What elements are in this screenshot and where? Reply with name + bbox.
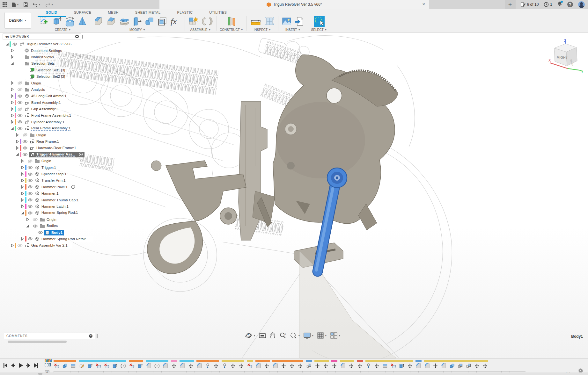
collapse-arrow-icon[interactable]	[20, 237, 25, 241]
timeline-feature-fillet-icon[interactable]	[163, 363, 168, 369]
expand-arrow-icon[interactable]	[5, 42, 9, 46]
visibility-eye-icon[interactable]	[27, 198, 33, 202]
tree-item-chip[interactable]: Selection Set2 [3]	[29, 74, 67, 79]
tree-item-45-long-colt-ammo-1[interactable]: 45 Long Colt Ammo:1	[3, 93, 136, 99]
timeline-feature-move-icon[interactable]	[188, 363, 194, 369]
timeline-feature-combine-icon[interactable]	[62, 363, 68, 369]
undo-button[interactable]: ▼	[33, 3, 41, 7]
visibility-eye-icon[interactable]	[27, 185, 33, 189]
tree-item-hammer-pawl-1[interactable]: Hammer Pawl:1	[3, 184, 136, 190]
timeline-feature-move-icon[interactable]	[213, 363, 219, 369]
modify-group-label[interactable]: MODIFY▼	[129, 28, 145, 32]
tab-close-icon[interactable]: ×	[422, 2, 425, 6]
step-back-button[interactable]	[11, 363, 15, 368]
timeline-group-bar[interactable]	[255, 360, 270, 362]
tree-item-chip[interactable]: Barrel Assembly:1	[24, 100, 62, 105]
chamfer-button[interactable]	[106, 16, 116, 26]
timeline-feature-fillet-icon[interactable]	[146, 363, 151, 369]
tree-item-named-views[interactable]: Named Views	[3, 54, 136, 60]
timeline-feature-move-icon[interactable]	[407, 363, 413, 369]
go-to-end-button[interactable]	[34, 363, 38, 368]
tree-item-trigun-revolver-ver-3-5-v66[interactable]: Trigun Revolver Ver 3.5 v66	[3, 41, 136, 47]
browser-resize-handle[interactable]	[82, 35, 83, 39]
tree-item-hammer-spring-rod-1[interactable]: Hammer Spring Rod:1	[3, 210, 136, 216]
visibility-eye-icon[interactable]	[32, 224, 38, 228]
collapse-arrow-icon[interactable]	[10, 81, 14, 85]
add-comment-icon[interactable]: +	[89, 334, 92, 338]
visibility-eye-icon[interactable]	[22, 133, 28, 137]
visibility-eye-icon[interactable]	[27, 205, 33, 208]
document-tab[interactable]: Trigun Revolver Ver 3.5 v66* ×	[159, 0, 429, 9]
tree-item-chip[interactable]: Transfer Arm:1	[34, 177, 67, 183]
expand-arrow-icon[interactable]	[26, 224, 30, 228]
timeline-feature-extrude-icon[interactable]	[399, 363, 404, 369]
timeline-group-bar[interactable]	[331, 360, 337, 362]
tree-item-chip[interactable]: Cylinder Stop:1	[34, 171, 68, 177]
revolve-button[interactable]	[64, 16, 75, 26]
activate-radio-icon[interactable]	[79, 152, 83, 156]
visibility-eye-icon[interactable]	[27, 192, 33, 195]
tree-item-chip[interactable]: Trigger:1	[34, 165, 58, 170]
offset-face-button[interactable]	[157, 16, 167, 26]
timeline-group-bar[interactable]	[424, 360, 488, 362]
visibility-eye-icon[interactable]	[27, 172, 33, 176]
timeline-group-bar[interactable]	[171, 360, 177, 362]
timeline-group-bar[interactable]	[247, 360, 253, 362]
timeline-group-bar[interactable]	[314, 360, 329, 362]
timeline-feature-fillet-icon[interactable]	[180, 363, 185, 369]
tree-item-chip[interactable]: Hammer Thumb Cap:1	[34, 197, 80, 203]
tree-item-chip[interactable]: Hammer Spring Rod Retair...	[34, 236, 90, 242]
timeline-feature-jointorigin-icon[interactable]	[366, 363, 371, 369]
grid-snap-button[interactable]: ▼	[317, 332, 327, 339]
timeline-feature-move-icon[interactable]	[474, 363, 480, 369]
timeline-feature-move-icon[interactable]	[433, 363, 438, 369]
collapse-arrow-icon[interactable]	[10, 107, 14, 111]
tree-item-chip[interactable]: Cylinder Assembly:1	[24, 119, 66, 125]
tree-item-cylinder-stop-1[interactable]: Cylinder Stop:1	[3, 171, 136, 177]
collapse-arrow-icon[interactable]	[10, 101, 14, 104]
visibility-eye-icon[interactable]	[37, 231, 43, 234]
tree-item-chip[interactable]: Trigun Revolver Ver 3.5 v66	[19, 41, 73, 47]
tree-item-trigger-1[interactable]: Trigger:1	[3, 164, 136, 170]
tree-item-chip[interactable]: Body1	[44, 230, 64, 235]
timeline-feature-move-icon[interactable]	[264, 363, 269, 369]
collapse-arrow-icon[interactable]	[10, 88, 14, 91]
tree-item-chip[interactable]: Origin	[24, 81, 43, 86]
visibility-eye-icon[interactable]	[22, 140, 28, 143]
notifications-bell-icon[interactable]	[557, 1, 562, 8]
visibility-eye-icon[interactable]	[22, 153, 28, 156]
tree-item-grip-assembly-var-2-1[interactable]: Grip Assembly Var 2:1	[3, 242, 136, 249]
tree-item-origin[interactable]: Origin	[3, 80, 136, 86]
visibility-eye-icon[interactable]	[27, 237, 33, 241]
construction-plane-button[interactable]	[226, 16, 237, 27]
tree-item-chip[interactable]: Analysis	[24, 87, 47, 92]
expand-arrow-icon[interactable]	[20, 211, 25, 215]
joint-button[interactable]	[202, 16, 213, 26]
timeline-feature-move-icon[interactable]	[315, 363, 320, 369]
expand-arrow-icon[interactable]	[10, 62, 14, 65]
tree-item-chip[interactable]: Selection Sets	[24, 61, 56, 66]
visibility-eye-icon[interactable]	[12, 42, 18, 46]
help-icon[interactable]: ?	[567, 2, 573, 7]
tree-item-chip[interactable]: Front Frame Assembly:1	[24, 112, 73, 118]
timeline-feature-extrude-icon[interactable]	[112, 363, 118, 369]
tree-item-chip[interactable]: Named Views	[24, 54, 55, 60]
timeline-feature-joint-icon[interactable]	[154, 363, 160, 369]
timeline-scroll-knob[interactable]	[38, 373, 42, 375]
create-sketch-button[interactable]	[39, 16, 49, 26]
tree-item-body1[interactable]: Body1	[3, 229, 136, 235]
timeline-feature-move-icon[interactable]	[357, 363, 363, 369]
timeline-feature-suppressed-icon[interactable]	[129, 363, 135, 369]
visibility-eye-icon[interactable]	[17, 101, 23, 104]
timeline-appearance-marker[interactable]	[45, 359, 53, 366]
browser-header[interactable]: ◀◀ BROWSER	[3, 33, 81, 40]
collapse-arrow-icon[interactable]	[20, 179, 25, 182]
shell-button[interactable]	[119, 16, 130, 26]
tree-item-chip[interactable]: Bodies	[39, 223, 59, 228]
collapse-arrow-icon[interactable]	[20, 166, 25, 169]
timeline-feature-fillet-icon[interactable]	[416, 363, 421, 369]
change-parameters-button[interactable]: fx	[170, 17, 181, 26]
timeline-feature-suppressed-icon[interactable]	[247, 363, 253, 369]
collapse-arrow-icon[interactable]	[20, 198, 25, 202]
tree-item-origin[interactable]: Origin	[3, 132, 136, 138]
